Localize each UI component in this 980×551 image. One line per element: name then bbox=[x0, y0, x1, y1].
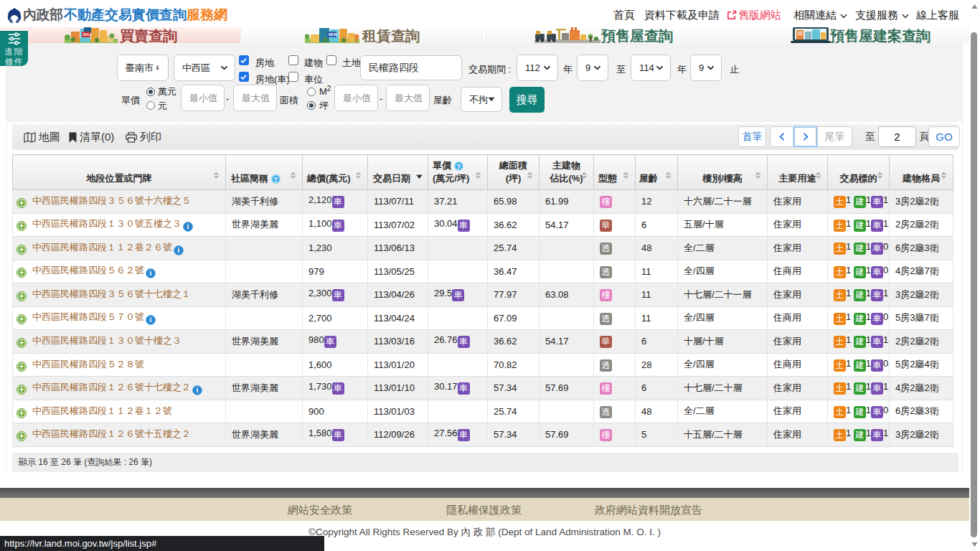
svg-text:NEW: NEW bbox=[329, 32, 337, 37]
